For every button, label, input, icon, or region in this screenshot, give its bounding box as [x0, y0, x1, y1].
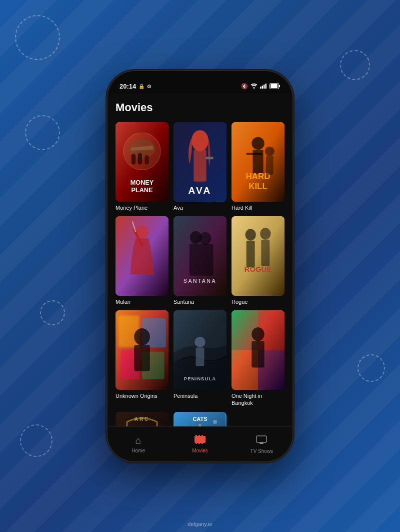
poster-santana: SANTANA	[174, 216, 226, 296]
movie-item-mulan[interactable]: Mulan	[116, 216, 168, 305]
svg-rect-51	[134, 345, 150, 371]
movie-item-money-plane[interactable]: MONEY PLANE Money Plane	[116, 122, 168, 211]
status-icons: 🔇	[241, 83, 280, 90]
movie-label-peninsula: Peninsula	[174, 392, 226, 399]
movie-item-unknown-origins[interactable]: Unknown Origins	[116, 310, 168, 407]
movie-item-peninsula[interactable]: PENINSULA Peninsula	[174, 310, 226, 407]
svg-rect-39	[232, 216, 284, 296]
svg-point-53	[194, 337, 205, 347]
movie-label-unknown-origins: Unknown Origins	[116, 392, 168, 399]
movie-item-one-night[interactable]: One Night in Bangkok	[232, 310, 284, 407]
nav-home-label: Home	[132, 448, 145, 453]
page-title: Movies	[116, 101, 284, 114]
svg-rect-77	[196, 435, 197, 437]
svg-rect-85	[260, 442, 262, 443]
svg-point-28	[265, 146, 274, 156]
svg-rect-13	[138, 153, 142, 164]
svg-text:PLANE: PLANE	[131, 186, 152, 193]
movie-label-hard-kill: Hard Kill	[232, 204, 284, 211]
home-icon: ⌂	[136, 435, 142, 446]
status-time: 20:14 🔒 ⊙	[120, 83, 151, 90]
poster-arc: ARC	[116, 412, 168, 426]
poster-rogue: ROGUE	[232, 216, 284, 296]
poster-one-night	[232, 310, 284, 390]
svg-rect-76	[194, 436, 206, 443]
poster-peninsula: PENINSULA	[174, 310, 226, 390]
nav-movies-label: Movies	[192, 448, 208, 453]
nav-movies[interactable]: Movies	[169, 435, 230, 453]
deco-circle-3	[25, 115, 60, 150]
nav-tv-label: TV Shows	[250, 448, 274, 454]
svg-text:ARC: ARC	[134, 416, 150, 422]
wifi-icon	[250, 83, 258, 90]
svg-rect-43	[261, 239, 270, 266]
svg-rect-20	[206, 156, 214, 159]
nav-tv-shows[interactable]: TV Shows	[231, 434, 292, 454]
content-area[interactable]: Movies	[108, 93, 292, 426]
svg-rect-3	[264, 85, 265, 89]
svg-point-50	[134, 328, 150, 345]
svg-rect-79	[202, 435, 203, 437]
svg-text:ROGUE: ROGUE	[244, 265, 272, 273]
deco-circle-1	[15, 15, 60, 60]
movie-item-rogue[interactable]: ROGUE Rogue	[232, 216, 284, 305]
movie-item-hard-kill[interactable]: HARD KILL Hard Kill	[232, 122, 284, 211]
svg-rect-25	[246, 153, 262, 155]
poster-unknown-origins	[116, 310, 168, 390]
svg-rect-6	[270, 84, 278, 88]
poster-money-plane: MONEY PLANE	[116, 122, 168, 202]
deco-circle-2	[340, 50, 370, 80]
svg-point-18	[192, 130, 208, 151]
svg-rect-82	[202, 442, 203, 444]
notch	[165, 71, 235, 85]
svg-rect-1	[260, 87, 262, 89]
movie-label-mulan: Mulan	[116, 298, 168, 305]
screen: Movies	[108, 93, 292, 461]
poster-cats-dogs: CATS & DOGS PAWS 3 UNITE	[174, 412, 226, 426]
svg-rect-83	[256, 436, 266, 442]
deco-circle-6	[40, 300, 65, 325]
svg-rect-37	[190, 244, 214, 276]
watermark: delgany.ie	[188, 521, 212, 527]
svg-point-23	[252, 137, 264, 149]
movie-label-one-night: One Night in Bangkok	[232, 392, 284, 407]
movie-label-ava: Ava	[174, 204, 226, 211]
movie-item-cats-dogs[interactable]: CATS & DOGS PAWS 3 UNITE Cats & Dogs 3	[174, 412, 226, 426]
svg-point-61	[252, 327, 264, 341]
svg-text:AVA: AVA	[188, 185, 212, 196]
portrait-icon: ⊙	[147, 84, 151, 89]
svg-rect-14	[144, 155, 148, 164]
deco-circle-4	[358, 354, 385, 382]
svg-rect-78	[198, 435, 200, 437]
svg-rect-19	[194, 150, 206, 182]
svg-text:MONEY: MONEY	[130, 179, 154, 186]
movies-icon	[194, 435, 206, 446]
movie-label-rogue: Rogue	[232, 298, 284, 305]
svg-point-0	[254, 87, 255, 89]
svg-point-40	[246, 229, 256, 240]
bottom-nav: ⌂ Home Movies	[108, 426, 292, 461]
svg-rect-81	[198, 442, 200, 444]
poster-hard-kill: HARD KILL	[232, 122, 284, 202]
svg-rect-7	[279, 85, 280, 87]
poster-ava: AVA	[174, 122, 226, 202]
movie-item-ava[interactable]: AVA Ava	[174, 122, 226, 211]
movie-item-arc[interactable]: ARC Arc	[116, 412, 168, 426]
svg-rect-80	[196, 442, 197, 444]
svg-text:PENINSULA: PENINSULA	[184, 376, 216, 381]
movie-grid: MONEY PLANE Money Plane	[116, 122, 284, 426]
nav-home[interactable]: ⌂ Home	[108, 435, 169, 453]
mute-icon: 🔇	[241, 83, 248, 90]
svg-text:SANTANA: SANTANA	[184, 277, 216, 283]
svg-point-36	[200, 232, 211, 245]
svg-point-42	[260, 228, 270, 239]
deco-circle-5	[20, 424, 52, 457]
svg-point-74	[213, 420, 217, 424]
movie-item-santana[interactable]: SANTANA Santana	[174, 216, 226, 305]
svg-rect-29	[266, 156, 274, 174]
phone-frame: 20:14 🔒 ⊙ 🔇	[108, 71, 292, 461]
movie-label-santana: Santana	[174, 298, 226, 305]
lock-icon: 🔒	[138, 84, 144, 89]
svg-text:CATS: CATS	[192, 416, 207, 422]
poster-mulan	[116, 216, 168, 296]
